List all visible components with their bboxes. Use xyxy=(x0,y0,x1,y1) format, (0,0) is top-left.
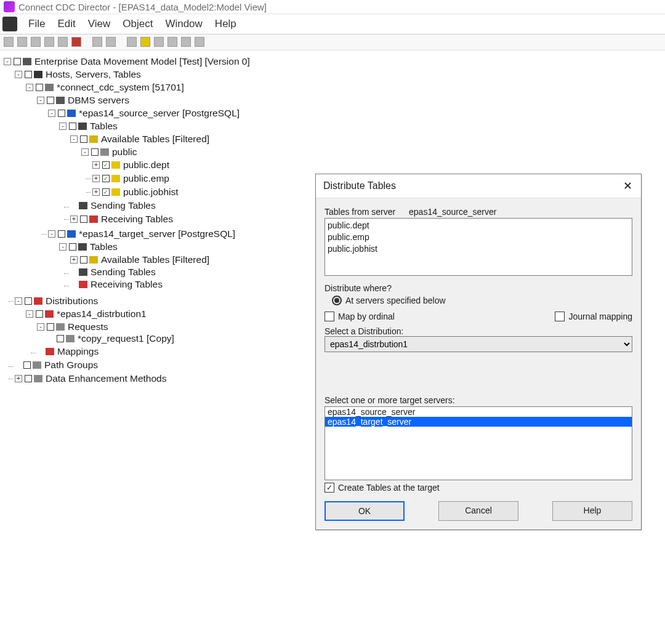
tree-system[interactable]: *connect_cdc_system [51701] xyxy=(57,82,184,93)
expand-icon[interactable]: - xyxy=(48,230,55,238)
tree-sending[interactable]: Sending Tables xyxy=(91,200,156,211)
menu-object[interactable]: Object xyxy=(116,15,159,33)
expand-icon[interactable]: + xyxy=(92,175,100,182)
expand-icon[interactable]: + xyxy=(92,161,100,169)
tree-model-root[interactable]: Enterprise Data Movement Model [Test] [V… xyxy=(34,56,250,67)
checkbox[interactable] xyxy=(80,256,87,264)
checkbox[interactable] xyxy=(14,58,21,65)
toolbar-help-icon[interactable] xyxy=(195,37,204,47)
expand-icon[interactable]: + xyxy=(70,256,78,264)
checkbox[interactable] xyxy=(25,375,32,382)
ok-button[interactable]: OK xyxy=(324,501,405,521)
checkbox[interactable] xyxy=(25,71,32,78)
checkbox[interactable] xyxy=(57,335,64,342)
checkbox[interactable]: ✓ xyxy=(102,161,110,169)
tree-requests[interactable]: Requests xyxy=(68,321,108,332)
help-button[interactable]: Help xyxy=(552,501,632,521)
source-table-item[interactable]: public.jobhist xyxy=(328,243,629,255)
checkbox[interactable] xyxy=(36,84,43,91)
checkbox[interactable] xyxy=(47,323,54,331)
tree-mappings[interactable]: Mappings xyxy=(57,346,99,357)
menu-file[interactable]: File xyxy=(22,15,51,33)
toolbar-cut-icon[interactable] xyxy=(44,37,54,47)
toolbar-scissors-icon[interactable] xyxy=(92,37,102,47)
expand-icon[interactable]: + xyxy=(92,188,100,196)
checkbox-journal-mapping[interactable] xyxy=(555,312,565,321)
close-icon[interactable]: ✕ xyxy=(621,179,635,193)
target-servers-listbox[interactable]: epas14_source_server epas14_target_serve… xyxy=(324,406,632,480)
source-tables-listbox[interactable]: public.dept public.emp public.jobhist xyxy=(324,218,632,276)
expand-icon[interactable]: - xyxy=(26,310,33,318)
toolbar-open-icon[interactable] xyxy=(17,37,27,47)
checkbox-create-tables[interactable]: ✓ xyxy=(324,483,334,493)
tree-table-emp[interactable]: public.emp xyxy=(123,173,169,184)
checkbox[interactable] xyxy=(58,110,65,117)
tree-receiving[interactable]: Receiving Tables xyxy=(101,214,173,225)
toolbar-warn-icon[interactable] xyxy=(140,37,150,47)
checkbox[interactable] xyxy=(23,361,31,369)
tree-hosts[interactable]: Hosts, Servers, Tables xyxy=(46,69,141,80)
tree-dist1[interactable]: *epas14_distrbution1 xyxy=(57,308,147,320)
tree-dbms[interactable]: DBMS servers xyxy=(68,95,129,106)
checkbox[interactable]: ✓ xyxy=(102,175,110,182)
checkbox[interactable] xyxy=(80,215,87,223)
tree-schema[interactable]: public xyxy=(112,147,137,158)
expand-icon[interactable]: - xyxy=(37,97,44,104)
checkbox[interactable] xyxy=(58,230,65,238)
tree-tables2[interactable]: Tables xyxy=(90,241,118,252)
toolbar-copy-icon[interactable] xyxy=(106,37,116,47)
checkbox[interactable] xyxy=(91,148,99,156)
checkbox[interactable] xyxy=(36,310,43,318)
tree-req1[interactable]: *copy_request1 [Copy] xyxy=(78,333,174,344)
toolbar-search-icon[interactable] xyxy=(127,37,137,47)
expand-icon[interactable]: + xyxy=(15,375,22,382)
tree-sending2[interactable]: Sending Tables xyxy=(91,267,156,278)
tree-tables[interactable]: Tables xyxy=(90,121,118,132)
expand-icon[interactable]: - xyxy=(15,297,22,305)
tree-deh[interactable]: Data Enhancement Methods xyxy=(46,373,166,384)
menu-window[interactable]: Window xyxy=(159,15,208,33)
expand-icon[interactable]: - xyxy=(59,243,66,251)
toolbar-eraser-icon[interactable] xyxy=(167,37,177,47)
target-server-item[interactable]: epas14_target_server xyxy=(325,417,632,427)
tree-available2[interactable]: Available Tables [Filtered] xyxy=(101,254,209,265)
source-table-item[interactable]: public.dept xyxy=(328,220,629,231)
source-table-item[interactable]: public.emp xyxy=(328,231,629,243)
expand-icon[interactable]: - xyxy=(4,58,11,65)
radio-at-servers[interactable] xyxy=(332,296,342,305)
tree-source-server[interactable]: *epas14_source_server [PostgreSQL] xyxy=(79,108,240,119)
toolbar-new-icon[interactable] xyxy=(4,37,14,47)
expand-icon[interactable]: - xyxy=(48,110,55,117)
menu-help[interactable]: Help xyxy=(209,15,243,33)
checkbox[interactable] xyxy=(25,297,32,305)
tree-table-jobhist[interactable]: public.jobhist xyxy=(123,187,179,198)
expand-icon[interactable]: - xyxy=(70,135,78,143)
tree-distributions[interactable]: Distributions xyxy=(46,296,98,307)
toolbar-save-icon[interactable] xyxy=(31,37,41,47)
tree-pathgroups[interactable]: Path Groups xyxy=(44,360,98,371)
toolbar-disk-icon[interactable] xyxy=(154,37,164,47)
checkbox-map-by-ordinal[interactable] xyxy=(324,312,334,321)
expand-icon[interactable]: - xyxy=(81,148,89,156)
toolbar-about-icon[interactable] xyxy=(181,37,191,47)
tree-receiving2[interactable]: Receiving Tables xyxy=(91,279,163,290)
cancel-button[interactable]: Cancel xyxy=(438,501,518,521)
menu-view[interactable]: View xyxy=(82,15,117,33)
toolbar-stop-icon[interactable] xyxy=(71,37,81,47)
target-server-item[interactable]: epas14_source_server xyxy=(325,407,632,417)
checkbox[interactable] xyxy=(80,135,87,143)
expand-icon[interactable]: - xyxy=(26,84,33,91)
menu-edit[interactable]: Edit xyxy=(51,15,81,33)
checkbox[interactable] xyxy=(69,243,76,251)
tree-table-dept[interactable]: public.dept xyxy=(123,159,169,171)
checkbox[interactable] xyxy=(69,123,76,130)
expand-icon[interactable]: - xyxy=(59,123,66,130)
tree-available[interactable]: Available Tables [Filtered] xyxy=(101,134,209,145)
distribution-combo[interactable]: epas14_distrbution1 xyxy=(324,336,632,352)
toolbar-grid-icon[interactable] xyxy=(58,37,68,47)
checkbox[interactable]: ✓ xyxy=(102,188,110,196)
tree-target-server[interactable]: *epas14_target_server [PostgreSQL] xyxy=(79,228,235,239)
checkbox[interactable] xyxy=(47,97,54,104)
expand-icon[interactable]: + xyxy=(70,215,78,223)
expand-icon[interactable]: - xyxy=(15,71,22,78)
